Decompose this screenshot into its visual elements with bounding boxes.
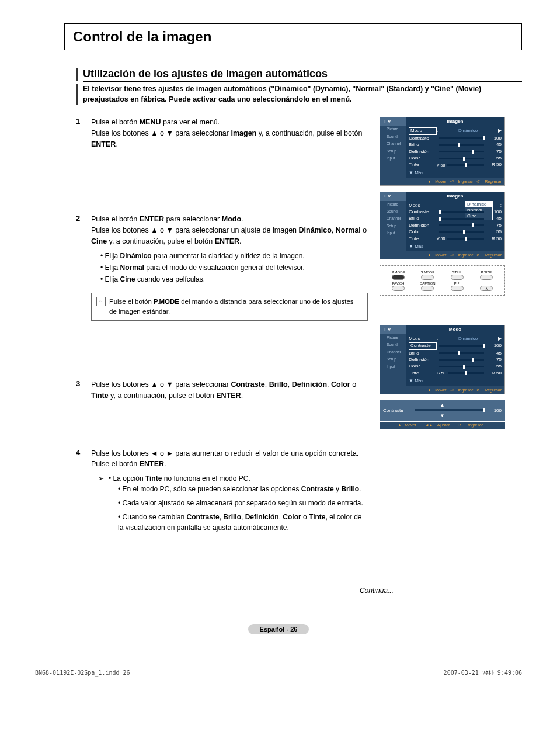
t: Contraste [301, 485, 334, 493]
osd-label: Brillo [409, 216, 437, 221]
intro-text: El televisor tiene tres ajustes de image… [83, 84, 522, 105]
section-title-row: Utilización de los ajustes de imagen aut… [76, 68, 522, 82]
osd-label: Color [409, 363, 437, 369]
t: • Cuando se cambian [118, 513, 187, 521]
step-num: 4 [76, 448, 91, 540]
osd-imagen-2: T VImagen Picture Sound Channel Setup In… [380, 192, 505, 259]
t: y, a continuación, pulse el botón [109, 391, 217, 400]
remote-button-icon [392, 275, 405, 280]
t: . [116, 140, 117, 148]
t: Brillo [269, 380, 288, 389]
osd-val: 75 [486, 149, 502, 155]
osd-label: Modo [409, 336, 437, 342]
t: y [334, 485, 342, 493]
t: Color [283, 513, 301, 521]
side-item: Setup [382, 224, 404, 228]
side-item: Channel [382, 216, 404, 221]
osd-foot: ♦ Mover⏎ Ingresar↺ Regresar [380, 386, 504, 394]
osd-val: R 50 [486, 162, 502, 168]
intro-bar [76, 84, 78, 105]
t: Dinámico [120, 252, 152, 260]
t: ENTER [140, 460, 164, 468]
t: ENTER [91, 140, 116, 148]
t: MENU [140, 118, 161, 126]
t: Definición [292, 380, 327, 389]
side-item: Input [382, 365, 404, 369]
t: . [164, 460, 166, 468]
step-body: Pulse el botón ENTER para seleccionar Mo… [91, 214, 368, 321]
t: . [241, 391, 243, 400]
side-item: Picture [382, 127, 404, 131]
t: para el modo de visualización general de… [144, 263, 305, 272]
t: • Elija [100, 263, 120, 272]
t: Dinámico [299, 226, 332, 234]
intro-row: El televisor tiene tres ajustes de image… [76, 84, 522, 105]
t: Brillo [223, 513, 241, 521]
t: • La opción [109, 474, 145, 483]
slider-foot: ♦ Mover◄► Ajustar↺ Regresar [380, 422, 505, 429]
osd-label: Contraste [409, 209, 437, 215]
osd-label: Modo [409, 203, 437, 209]
osd-tv: T V [380, 117, 406, 126]
t: Ingresar [458, 388, 474, 392]
osd-more: ▼ Más [409, 244, 502, 249]
t: , [265, 380, 269, 389]
osd-val: 45 [486, 351, 502, 356]
t: o [361, 226, 367, 234]
osd-label: Contraste [409, 136, 437, 141]
t: Cine [91, 237, 107, 245]
remote-label: P.SIZE [476, 271, 496, 274]
side-item: Input [382, 231, 404, 235]
t: Imagen [231, 129, 256, 137]
t: , [327, 380, 331, 389]
side-item: Setup [382, 149, 404, 154]
t: o [350, 380, 356, 389]
osd-main: Modo:Dinámico▶ Contraste100 Brillo45 Def… [406, 334, 504, 386]
remote-button-icon [451, 286, 464, 291]
t: Pulse los botones ◄ o ► para aumentar o … [91, 449, 358, 469]
step-3: 3 Pulse los botones ▲ o ▼ para seleccion… [76, 379, 368, 401]
t: Definición [245, 513, 279, 521]
osd-label: Definición [409, 357, 437, 363]
osd-tv: T V [380, 325, 406, 334]
note-box: ☞ Pulse el botón P.MODE del mando a dist… [91, 293, 368, 321]
t: Ingresar [458, 253, 474, 257]
content-area: 1 Pulse el botón MENU para ver el menú. … [76, 117, 522, 557]
osd-value: Dinámico [438, 336, 498, 342]
step-num: 1 [76, 117, 91, 150]
t: Regresar [485, 253, 502, 257]
page-number: Español - 26 [35, 624, 522, 634]
step-num: 2 [76, 214, 91, 321]
page-title-box: Control de la imagen [64, 23, 522, 50]
t: y, a continuación, pulse el botón [107, 237, 215, 245]
osd-label: Brillo [409, 351, 437, 356]
osd-val: V 50 [437, 236, 445, 241]
t: Cine [120, 275, 135, 283]
sub-bullets: • Elija Dinámico para aumentar la clarid… [100, 251, 368, 285]
osd-tv: T V [380, 192, 406, 200]
t: Regresar [466, 423, 483, 427]
arrow-icon: ➢ [98, 473, 109, 536]
t: Pulse los botones ▲ o ▼ para seleccionar [91, 129, 231, 137]
osd-val: R 50 [486, 236, 502, 242]
t: • Elija [100, 275, 120, 283]
print-footer: BN68-01192E-02Spa_1.indd 26 2007-03-21 ｿ… [35, 670, 522, 676]
remote-label: STILL [447, 271, 467, 274]
t: Normal [336, 226, 361, 234]
side-item: Sound [382, 209, 404, 214]
t: Tinte [91, 391, 109, 400]
osd-label: Tinte [409, 236, 437, 242]
step-body: Pulse los botones ▲ o ▼ para seleccionar… [91, 379, 368, 401]
t: Pulse el botón [91, 118, 140, 126]
remote-button-icon: ∧ [480, 286, 493, 291]
t: para ver el menú. [161, 118, 220, 126]
osd-foot: ♦ Mover⏎ Ingresar↺ Regresar [380, 251, 504, 259]
t: Pulse el botón [91, 215, 140, 223]
t: . [241, 215, 243, 223]
t: • Elija [100, 252, 120, 260]
side-item: Sound [382, 134, 404, 139]
osd-label: Color [409, 155, 437, 161]
osd-main: Modo: Dinámico Normal Cine Contraste100 … [406, 201, 504, 252]
t: Tinte [309, 513, 325, 521]
osd-main: Modo:Dinámico▶ Contraste100 Brillo45 Def… [406, 126, 504, 178]
